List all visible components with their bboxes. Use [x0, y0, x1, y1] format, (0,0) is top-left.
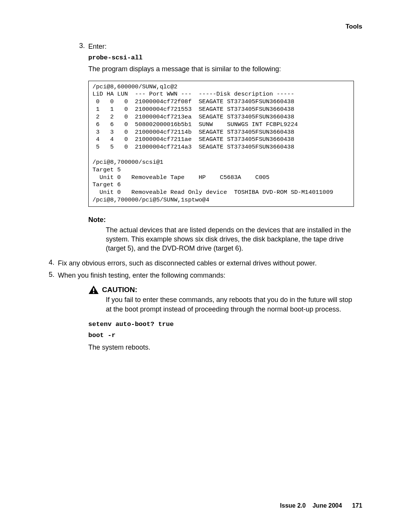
note-label: Note: [88, 216, 354, 224]
caution-body: If you fail to enter these commands, any… [106, 295, 354, 314]
page-footer: Issue 2.0 June 2004 171 [280, 502, 362, 509]
step-5-number: 5. [49, 271, 58, 280]
terminal-output: /pci@8,600000/SUNW,qlc@2 LiD HA LUN --- … [88, 81, 354, 207]
warning-icon [88, 285, 99, 294]
command-setenv: setenv auto-boot? true [88, 321, 354, 328]
command-probe-scsi: probe-scsi-all [88, 54, 354, 61]
step-3-label: Enter: [88, 42, 107, 51]
step-3-number: 3. [79, 42, 88, 51]
footer-date: June 2004 [312, 502, 342, 509]
step-5: 5. When you finish testing, enter the fo… [49, 271, 354, 280]
step-5-text: When you finish testing, enter the follo… [58, 271, 225, 280]
step-3: 3. Enter: [79, 42, 354, 51]
step-4-number: 4. [49, 259, 58, 268]
step-4-text: Fix any obvious errors, such as disconne… [58, 259, 317, 268]
step-4: 4. Fix any obvious errors, such as disco… [49, 259, 354, 268]
svg-rect-1 [93, 288, 94, 291]
footer-page: 171 [352, 502, 362, 509]
step-3-description: The program displays a message that is s… [88, 64, 354, 73]
svg-rect-2 [93, 292, 94, 293]
page-header-tools: Tools [346, 23, 362, 30]
footer-issue: Issue 2.0 [280, 502, 306, 509]
caution-header: CAUTION: [88, 285, 354, 294]
command-boot: boot -r [88, 332, 354, 339]
caution-label: CAUTION: [102, 286, 137, 294]
reboot-text: The system reboots. [88, 343, 354, 352]
note-body: The actual devices that are listed depen… [106, 225, 354, 253]
